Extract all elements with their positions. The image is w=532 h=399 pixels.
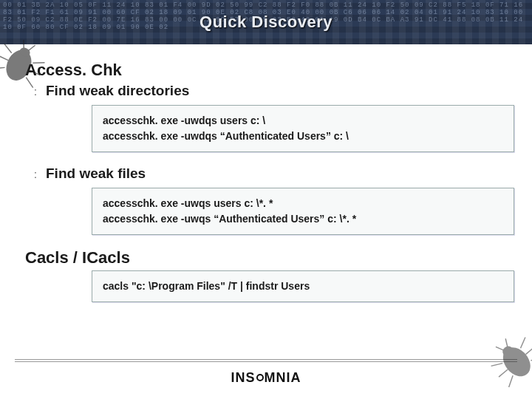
tool-heading-cacls: Cacls / ICacls [25, 248, 532, 267]
slide-header: 00 01 3B 2A 10 05 0F 11 24 10 83 01 F4 0… [0, 0, 532, 44]
svg-line-13 [499, 369, 508, 377]
bug-icon [477, 322, 532, 397]
svg-line-15 [517, 338, 529, 349]
sub-heading-weak-dirs: : Find weak directories [34, 83, 532, 99]
command-box-weak-files: accesschk. exe -uwqs users c: \*. * acce… [92, 188, 514, 235]
slide-title: Quick Discovery [0, 0, 532, 44]
command-box-cacls: cacls "c: \Program Files" /T | findstr U… [92, 270, 514, 302]
brand-left: INS [231, 370, 255, 385]
bullet-dot: : [34, 86, 40, 98]
sub-heading-label: Find weak directories [46, 83, 189, 99]
bullet-dot: : [34, 168, 40, 180]
svg-line-16 [525, 347, 532, 354]
footer-divider [15, 359, 517, 362]
brand-right: MNIA [265, 370, 301, 385]
slide-content: Access. Chk : Find weak directories acce… [0, 50, 532, 316]
svg-line-8 [21, 40, 27, 48]
command-box-weak-dirs: accesschk. exe -uwdqs users c: \ accessc… [92, 105, 514, 152]
sub-heading-label: Find weak files [46, 166, 146, 182]
svg-line-14 [505, 375, 517, 387]
brand-o-icon [256, 374, 264, 381]
tool-heading-accesschk: Access. Chk [25, 61, 532, 80]
svg-line-19 [502, 338, 510, 347]
svg-line-12 [491, 359, 503, 370]
svg-point-10 [497, 342, 532, 381]
sub-heading-weak-files: : Find weak files [34, 166, 532, 182]
footer-brand: INSMNIA [0, 370, 532, 386]
svg-line-18 [496, 344, 503, 352]
